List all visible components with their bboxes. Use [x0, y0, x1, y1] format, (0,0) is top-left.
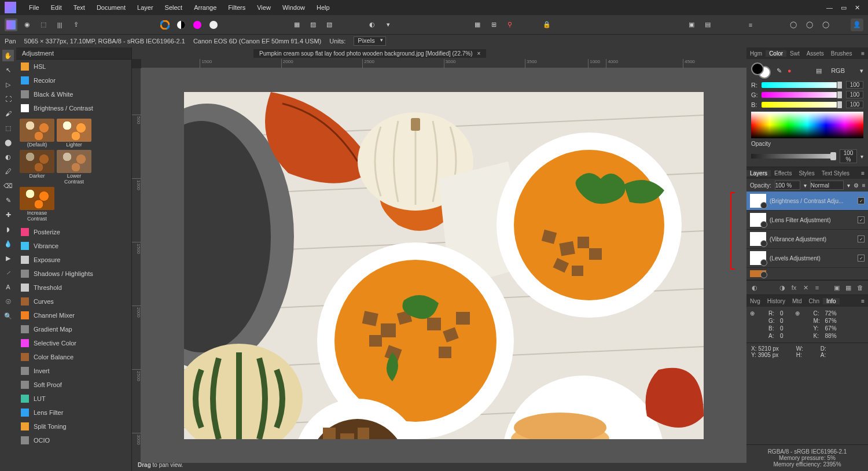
minimize-icon[interactable]: —	[826, 4, 833, 12]
crop-tool[interactable]: ⛶	[2, 93, 14, 105]
layer-visible-checkbox[interactable]: ✓	[858, 236, 865, 242]
persona-export-icon[interactable]: ⇪	[69, 19, 82, 31]
persona-photo-icon[interactable]	[5, 19, 17, 31]
mask-icon[interactable]: ◐	[750, 283, 759, 292]
eyedropper-icon[interactable]: ✎	[777, 67, 782, 75]
move-tool[interactable]: ↖	[2, 64, 14, 76]
tab-text-styles[interactable]: Text Styles	[818, 170, 853, 176]
preset--default-[interactable]: (Default)	[20, 119, 54, 148]
adjustment-curves[interactable]: Curves	[16, 295, 131, 308]
adjustment-selective-color[interactable]: Selective Color	[16, 336, 131, 350]
tab-brushes[interactable]: Brushes	[827, 50, 856, 57]
preset-lower-contrast[interactable]: Lower Contrast	[57, 150, 91, 185]
color-swatches[interactable]	[751, 62, 771, 79]
channel-value[interactable]: 100	[846, 91, 863, 98]
adjustment-shadows-highlights[interactable]: Shadows / Highlights	[16, 267, 131, 281]
color-wheel-icon[interactable]	[159, 19, 171, 31]
panel-menu-icon[interactable]: ≡	[858, 298, 868, 304]
tab-layers[interactable]: Layers	[746, 170, 771, 176]
adjustment-gradient-map[interactable]: Gradient Map	[16, 322, 131, 336]
adjustment-color-balance[interactable]: Color Balance	[16, 350, 131, 364]
adjustment-exposure[interactable]: Exposure	[16, 253, 131, 267]
contrast-icon[interactable]	[175, 19, 187, 31]
units-select[interactable]: Pixels	[354, 36, 385, 46]
layer-row[interactable]: (Levels Adjustment)✓	[746, 249, 868, 268]
menu-select[interactable]: Select	[159, 4, 189, 11]
tab-color[interactable]: Color	[766, 50, 786, 57]
help2-icon[interactable]: ◯	[803, 19, 816, 31]
layer-row[interactable]	[746, 268, 868, 280]
menu-help[interactable]: Help	[311, 4, 336, 11]
channel-value[interactable]: 100	[846, 101, 863, 108]
layer-row[interactable]: (Vibrance Adjustment)✓	[746, 230, 868, 249]
menu-edit[interactable]: Edit	[45, 4, 68, 11]
channel-slider[interactable]	[762, 102, 843, 108]
menu-filters[interactable]: Filters	[222, 4, 251, 11]
help3-icon[interactable]: ◯	[819, 19, 832, 31]
dropdown-icon[interactable]: ▾	[847, 182, 850, 189]
layer-row[interactable]: (Brightness / Contrast Adju...✓	[746, 192, 868, 211]
erase-tool[interactable]: ⌫	[2, 180, 14, 192]
blend-mode-select[interactable]	[810, 181, 844, 190]
picker-tool[interactable]: ⦾	[2, 296, 14, 307]
tab-effects[interactable]: Effects	[771, 170, 795, 176]
color-spectrum[interactable]	[751, 112, 863, 138]
selection-sub-icon[interactable]: ▧	[323, 19, 336, 31]
persona-tone-icon[interactable]: |||	[53, 19, 66, 31]
layer-visible-checkbox[interactable]: ✓	[858, 255, 865, 262]
adjustment-hsl[interactable]: HSL	[16, 60, 131, 73]
persona-develop-icon[interactable]: ⬚	[37, 19, 50, 31]
dropdown-icon[interactable]: ▾	[804, 182, 807, 189]
adjustment-recolor[interactable]: Recolor	[16, 73, 131, 87]
dodge-tool[interactable]: ◗	[2, 223, 14, 235]
arrange2-icon[interactable]: ▤	[701, 19, 714, 31]
close-icon[interactable]: ✕	[855, 4, 860, 12]
blur-tool[interactable]: 💧	[2, 238, 14, 249]
tab-hgm[interactable]: Hgm	[746, 50, 766, 57]
maximize-icon[interactable]: ▭	[841, 4, 847, 12]
fx-icon[interactable]: fx	[789, 283, 799, 292]
scrollbar-h[interactable]	[132, 463, 746, 471]
tab-info[interactable]: Info	[823, 298, 840, 304]
nocolor-icon[interactable]: ●	[788, 67, 792, 74]
preset-increase-contrast[interactable]: Increase Contrast	[20, 187, 54, 222]
channel-slider[interactable]	[762, 92, 843, 98]
persona-liquify-icon[interactable]: ◉	[21, 19, 34, 31]
preset-darker[interactable]: Darker	[20, 150, 54, 185]
menu-window[interactable]: Window	[277, 4, 311, 11]
menu-arrange[interactable]: Arrange	[188, 4, 222, 11]
layer-row[interactable]: (Lens Filter Adjustment)✓	[746, 211, 868, 230]
adjust-icon[interactable]: ◑	[778, 283, 787, 292]
selection-tool[interactable]: ⬚	[2, 122, 14, 134]
menu-layer[interactable]: Layer	[131, 4, 159, 11]
adjustment-black-white[interactable]: Black & White	[16, 87, 131, 101]
help1-icon[interactable]: ◯	[787, 19, 800, 31]
document-tab[interactable]: Pumpkin cream soup flat lay food photo w…	[253, 49, 486, 58]
hue-icon[interactable]	[191, 19, 204, 31]
layer-visible-checkbox[interactable]: ✓	[858, 216, 865, 223]
preset-lighter[interactable]: Lighter	[57, 119, 91, 148]
adjustment-threshold[interactable]: Threshold	[16, 281, 131, 295]
zoom-tool[interactable]: 🔍	[2, 310, 14, 322]
brush-tool[interactable]: 🖌	[2, 108, 14, 119]
panel-menu-icon[interactable]: ≡	[858, 170, 868, 176]
adjustment-lens-filter[interactable]: Lens Filter	[16, 406, 131, 420]
tab-swt[interactable]: Swt	[786, 50, 803, 57]
opacity-value[interactable]: 100 %	[840, 149, 857, 163]
arrange-icon[interactable]: ▣	[685, 19, 698, 31]
adjustment-split-toning[interactable]: Split Toning	[16, 420, 131, 433]
close-tab-icon[interactable]: ×	[477, 50, 481, 57]
dropdown-icon[interactable]: ▾	[860, 153, 863, 160]
adjustment-ocio[interactable]: OCIO	[16, 433, 131, 447]
clone-tool[interactable]: ✎	[2, 194, 14, 206]
snap-icon[interactable]: ⊞	[487, 19, 500, 31]
menu-document[interactable]: Document	[91, 4, 131, 11]
layer-visible-checkbox[interactable]: ✓	[858, 197, 865, 204]
heal-tool[interactable]: ✚	[2, 209, 14, 220]
channel-slider[interactable]	[762, 82, 843, 88]
flood-tool[interactable]: ⬤	[2, 137, 14, 148]
gradient-tool[interactable]: ◐	[2, 151, 14, 163]
tab-styles[interactable]: Styles	[795, 170, 818, 176]
lock-icon[interactable]: 🔒	[540, 19, 553, 31]
adjustment-channel-mixer[interactable]: Channel Mixer	[16, 308, 131, 322]
